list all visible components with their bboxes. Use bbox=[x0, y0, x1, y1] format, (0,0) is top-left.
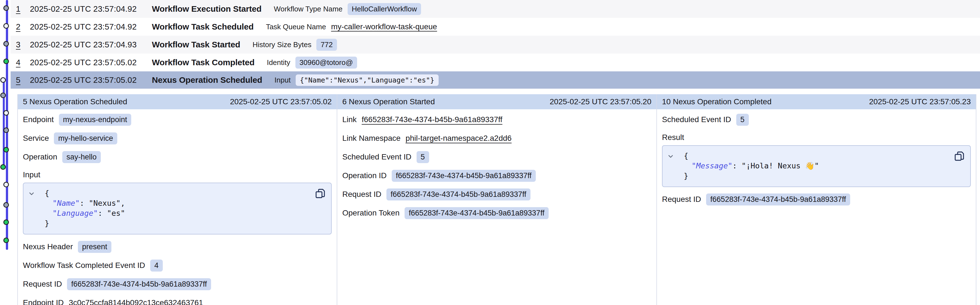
event-attr-label: Task Queue Name bbox=[266, 22, 326, 31]
rail-dot-event-13-completed bbox=[3, 220, 9, 225]
event-id-link[interactable]: 3 bbox=[16, 40, 30, 49]
field-endpoint-id: Endpoint ID 3c0c75ccfa8144b092c13ce63246… bbox=[23, 296, 332, 305]
field-operation-token: Operation Token f665283f-743e-4374-b45b-… bbox=[342, 207, 651, 220]
copy-icon[interactable] bbox=[953, 150, 965, 162]
endpoint-id-link[interactable]: 3c0c75ccfa8144b092c13ce632463761 bbox=[69, 298, 203, 305]
copy-icon[interactable] bbox=[314, 188, 326, 199]
event-name: Workflow Task Scheduled bbox=[152, 22, 253, 32]
rail-dot-event-9-completed bbox=[3, 147, 9, 153]
event-timestamp: 2025-02-25 UTC 23:57:04.92 bbox=[30, 22, 152, 32]
panel-header: 5 Nexus Operation Scheduled 2025-02-25 U… bbox=[18, 94, 337, 109]
event-row-1[interactable]: 1 2025-02-25 UTC 23:57:04.92 Workflow Ex… bbox=[11, 0, 980, 18]
rail-dot-event-3-started bbox=[3, 41, 9, 47]
rail-dot-event-1-started bbox=[3, 5, 9, 11]
panel-nexus-operation-started: 6 Nexus Operation Started 2025-02-25 UTC… bbox=[337, 94, 657, 305]
input-json-viewer: { "Name": "Nexus", "Language": "es" } bbox=[23, 183, 332, 234]
field-scheduled-event-id: Scheduled Event ID 5 bbox=[342, 150, 651, 163]
panel-timestamp: 2025-02-25 UTC 23:57:05.20 bbox=[550, 97, 651, 106]
json-line: { bbox=[29, 188, 326, 198]
operation-token-badge: f665283f-743e-4374-b45b-9a61a89337ff bbox=[404, 207, 549, 219]
panel-title: 5 Nexus Operation Scheduled bbox=[23, 97, 127, 106]
event-timestamp: 2025-02-25 UTC 23:57:04.92 bbox=[30, 5, 152, 14]
field-input-label: Input bbox=[23, 169, 332, 180]
scheduled-event-id-badge: 5 bbox=[736, 114, 749, 126]
field-scheduled-event-id: Scheduled Event ID 5 bbox=[662, 113, 971, 126]
rail-dot-event-2-scheduled bbox=[3, 23, 9, 29]
event-row-4[interactable]: 4 2025-02-25 UTC 23:57:05.02 Workflow Ta… bbox=[11, 54, 980, 71]
collapse-chevron-icon[interactable] bbox=[667, 153, 674, 160]
event-timestamp: 2025-02-25 UTC 23:57:05.02 bbox=[30, 76, 152, 85]
rail-dot-event-5-scheduled bbox=[0, 77, 6, 83]
event-id-link[interactable]: 1 bbox=[16, 5, 30, 14]
event-attr-value-badge: HelloCallerWorkflow bbox=[348, 3, 421, 15]
event-input-json-badge: {"Name":"Nexus","Language":"es"} bbox=[296, 74, 439, 86]
json-line: "Language": "es" bbox=[29, 208, 326, 218]
rail-dot-event-6-started bbox=[0, 93, 6, 98]
event-id-link[interactable]: 2 bbox=[16, 22, 30, 32]
field-result-label: Result bbox=[662, 132, 971, 143]
request-id-badge: f665283f-743e-4374-b45b-9a61a89337ff bbox=[387, 188, 530, 201]
event-id-link[interactable]: 5 bbox=[16, 76, 30, 85]
event-timestamp: 2025-02-25 UTC 23:57:04.93 bbox=[30, 40, 152, 49]
workflow-event-history-screen: 1 2025-02-25 UTC 23:57:04.92 Workflow Ex… bbox=[0, 0, 980, 305]
panel-nexus-operation-scheduled: 5 Nexus Operation Scheduled 2025-02-25 U… bbox=[18, 94, 337, 305]
rail-dot-event-8-started bbox=[3, 127, 9, 133]
panel-title: 10 Nexus Operation Completed bbox=[662, 97, 772, 106]
event-row-5-selected[interactable]: 5 2025-02-25 UTC 23:57:05.02 Nexus Opera… bbox=[11, 71, 980, 88]
operation-id-badge: f665283f-743e-4374-b45b-9a61a89337ff bbox=[392, 170, 536, 182]
request-id-badge: f665283f-743e-4374-b45b-9a61a89337ff bbox=[706, 193, 850, 205]
event-attr-value-badge: 30960@totoro@ bbox=[295, 57, 357, 69]
rail-dot-event-14-completed bbox=[3, 237, 9, 243]
rail-dot-event-7-scheduled bbox=[3, 110, 9, 116]
service-badge: my-hello-service bbox=[54, 133, 117, 144]
task-queue-link[interactable]: my-caller-workflow-task-queue bbox=[331, 22, 437, 31]
rail-dot-event-12-started bbox=[3, 202, 9, 208]
event-attr-label: Identity bbox=[267, 58, 290, 67]
collapse-chevron-icon[interactable] bbox=[28, 190, 35, 197]
event-name: Nexus Operation Scheduled bbox=[152, 75, 262, 85]
workflow-link[interactable]: f665283f-743e-4374-b45b-9a61a89337ff bbox=[361, 115, 502, 124]
field-endpoint: Endpoint my-nexus-endpoint bbox=[23, 113, 332, 126]
event-name: Workflow Task Completed bbox=[152, 58, 255, 67]
event-name: Workflow Task Started bbox=[152, 40, 240, 49]
event-row-2[interactable]: 2 2025-02-25 UTC 23:57:04.92 Workflow Ta… bbox=[11, 18, 980, 36]
panel-header: 10 Nexus Operation Completed 2025-02-25 … bbox=[657, 94, 976, 109]
json-line: "Name": "Nexus", bbox=[29, 198, 326, 208]
request-id-badge: f665283f-743e-4374-b45b-9a61a89337ff bbox=[67, 278, 211, 290]
field-service: Service my-hello-service bbox=[23, 132, 332, 145]
field-link: Link f665283f-743e-4374-b45b-9a61a89337f… bbox=[342, 113, 651, 126]
wtce-id-badge: 4 bbox=[150, 259, 163, 272]
field-request-id: Request ID f665283f-743e-4374-b45b-9a61a… bbox=[23, 278, 332, 291]
event-attr-label: Input bbox=[274, 76, 291, 84]
panel-nexus-operation-completed: 10 Nexus Operation Completed 2025-02-25 … bbox=[657, 94, 976, 305]
json-line: } bbox=[668, 171, 965, 181]
field-operation-id: Operation ID f665283f-743e-4374-b45b-9a6… bbox=[342, 169, 651, 182]
field-operation: Operation say-hello bbox=[23, 150, 332, 163]
rail-dot-event-4-completed bbox=[3, 58, 9, 64]
event-id-link[interactable]: 4 bbox=[16, 58, 30, 67]
event-name: Workflow Execution Started bbox=[152, 4, 262, 14]
field-request-id: Request ID f665283f-743e-4374-b45b-9a61a… bbox=[342, 188, 651, 201]
rail-dot-event-10-completed bbox=[0, 164, 6, 170]
event-timestamp: 2025-02-25 UTC 23:57:05.02 bbox=[30, 58, 152, 67]
timeline-main-line bbox=[6, 0, 8, 250]
json-line: "Message": "¡Hola! Nexus 👋" bbox=[668, 161, 965, 171]
event-row-3[interactable]: 3 2025-02-25 UTC 23:57:04.93 Workflow Ta… bbox=[11, 36, 980, 54]
operation-badge: say-hello bbox=[62, 151, 101, 163]
event-attr-label: Workflow Type Name bbox=[274, 5, 342, 13]
panel-timestamp: 2025-02-25 UTC 23:57:05.02 bbox=[230, 97, 332, 106]
field-nexus-header: Nexus Header present bbox=[23, 240, 332, 253]
field-request-id: Request ID f665283f-743e-4374-b45b-9a61a… bbox=[662, 193, 971, 206]
rail-dot-event-11-scheduled bbox=[3, 182, 9, 187]
json-line: } bbox=[29, 218, 326, 228]
panel-timestamp: 2025-02-25 UTC 23:57:05.23 bbox=[869, 97, 971, 106]
event-attr-label: History Size Bytes bbox=[252, 40, 311, 49]
field-workflow-task-completed-event-id: Workflow Task Completed Event ID 4 bbox=[23, 259, 332, 272]
namespace-link[interactable]: phil-target-namespace2.a2dd6 bbox=[406, 134, 512, 143]
event-timeline-rail bbox=[0, 0, 11, 305]
event-attr-value-badge: 772 bbox=[317, 39, 337, 51]
scheduled-event-id-badge: 5 bbox=[417, 151, 429, 163]
panel-title: 6 Nexus Operation Started bbox=[342, 97, 435, 106]
field-link-namespace: Link Namespace phil-target-namespace2.a2… bbox=[342, 132, 651, 145]
panel-header: 6 Nexus Operation Started 2025-02-25 UTC… bbox=[337, 94, 656, 109]
